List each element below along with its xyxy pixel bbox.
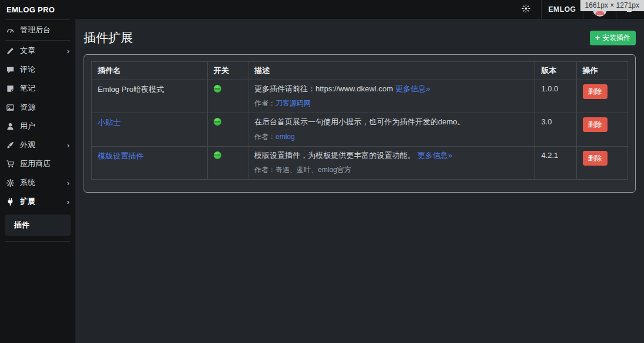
plus-icon: + — [595, 34, 600, 42]
main-content: 插件扩展 + 安装插件 插件名开关描述版本操作 Emlog Pro暗夜模式更多插… — [75, 19, 644, 343]
sidebar-item-label: 应用商店 — [20, 159, 51, 169]
note-icon — [6, 84, 15, 93]
sidebar: 管理后台文章›评论笔记资源用户外观›应用商店系统›扩展›插件 — [0, 19, 75, 343]
sidebar-subitem-label: 插件 — [14, 220, 29, 230]
plugin-description: 模版设置插件，为模板提供更丰富的设置功能。 — [254, 151, 415, 160]
sidebar-item-label: 系统 — [20, 177, 35, 188]
sidebar-item-label: 外观 — [20, 140, 35, 150]
plugin-version: 3.0 — [541, 117, 552, 126]
sidebar-item-label: 管理后台 — [20, 25, 51, 35]
more-info-link[interactable]: 更多信息» — [396, 84, 430, 93]
gear-icon — [6, 179, 15, 187]
author-label: 作者： — [254, 99, 275, 107]
sidebar-item-9[interactable]: 系统› — [0, 173, 75, 192]
table-row: 模版设置插件模版设置插件，为模板提供更丰富的设置功能。更多信息»作者：奇遇、蓝叶… — [92, 146, 628, 179]
sidebar-item-7[interactable]: 外观› — [0, 136, 75, 154]
plugin-author-link[interactable]: emlog — [275, 133, 295, 141]
delete-plugin-button[interactable]: 删除 — [583, 84, 608, 99]
plugin-author: 奇遇、蓝叶、emlog官方 — [275, 166, 351, 174]
table-row: 小贴士在后台首页展示一句使用小提示，也可作为插件开发的demo。作者：emlog… — [92, 113, 628, 146]
sidebar-item-1[interactable]: 管理后台 — [0, 21, 75, 39]
column-header: 插件名 — [92, 62, 208, 80]
delete-plugin-button[interactable]: 删除 — [583, 117, 608, 132]
chevron-right-icon: › — [67, 179, 69, 187]
plugin-author-link[interactable]: 刀客源码网 — [275, 99, 311, 107]
sidebar-item-label: 资源 — [20, 102, 35, 113]
plugin-description: 更多插件请前往：https://www.dkewl.com — [254, 84, 393, 93]
plugin-switch-toggle[interactable] — [214, 151, 221, 159]
table-cell: 删除 — [576, 113, 628, 146]
page-title: 插件扩展 — [84, 29, 133, 46]
sidebar-item-4[interactable]: 笔记 — [0, 79, 75, 98]
table-cell: 3.0 — [535, 113, 576, 146]
user-icon — [6, 122, 15, 131]
plug-icon — [6, 197, 15, 206]
plugin-name-link[interactable]: 模版设置插件 — [98, 151, 144, 160]
plugin-name-link[interactable]: 小贴士 — [98, 118, 121, 127]
chevron-right-icon: › — [67, 198, 69, 206]
plugin-version: 1.0.0 — [541, 84, 558, 93]
table-row: Emlog Pro暗夜模式更多插件请前往：https://www.dkewl.c… — [92, 80, 628, 113]
sidebar-divider — [5, 40, 70, 41]
cart-icon — [6, 160, 15, 169]
table-header-row: 插件名开关描述版本操作 — [92, 62, 628, 80]
column-header: 开关 — [207, 62, 248, 80]
sidebar-item-2[interactable]: 文章› — [0, 41, 75, 60]
plugins-table: 插件名开关描述版本操作 Emlog Pro暗夜模式更多插件请前往：https:/… — [91, 61, 628, 180]
table-cell — [207, 146, 248, 179]
install-plugin-button[interactable]: + 安装插件 — [590, 31, 636, 45]
plugin-switch-toggle[interactable] — [214, 118, 221, 126]
plugin-name: Emlog Pro暗夜模式 — [98, 85, 164, 94]
more-info-link[interactable]: 更多信息» — [417, 151, 452, 160]
sidebar-item-label: 评论 — [20, 64, 35, 75]
sidebar-item-label: 扩展 — [20, 196, 35, 207]
author-label: 作者： — [254, 133, 275, 141]
table-cell: 删除 — [576, 146, 628, 179]
plugin-switch-toggle[interactable] — [214, 85, 221, 93]
sidebar-item-8[interactable]: 应用商店 — [0, 154, 75, 173]
column-header: 描述 — [248, 62, 535, 80]
plugins-card: 插件名开关描述版本操作 Emlog Pro暗夜模式更多插件请前往：https:/… — [84, 54, 636, 193]
table-cell — [207, 113, 248, 146]
table-cell — [207, 80, 248, 113]
table-cell: 1.0.0 — [535, 80, 576, 113]
delete-plugin-button[interactable]: 删除 — [583, 151, 608, 166]
speedometer-icon — [6, 26, 15, 35]
image-icon — [6, 103, 15, 112]
theme-toggle-button[interactable] — [510, 0, 541, 19]
sidebar-item-6[interactable]: 用户 — [0, 117, 75, 136]
table-cell: Emlog Pro暗夜模式 — [92, 80, 208, 113]
page-header: 插件扩展 + 安装插件 — [84, 29, 636, 46]
plugin-version: 4.2.1 — [541, 151, 558, 160]
author-label: 作者： — [254, 166, 275, 174]
sidebar-subitem-plugins[interactable]: 插件 — [5, 215, 71, 236]
sidebar-item-5[interactable]: 资源 — [0, 98, 75, 117]
topbar: EMLOG PRO EMLOG — [0, 0, 644, 19]
chevron-right-icon: › — [67, 141, 69, 149]
sidebar-item-10[interactable]: 扩展› — [0, 192, 75, 211]
table-cell: 更多插件请前往：https://www.dkewl.com更多信息»作者：刀客源… — [248, 80, 535, 113]
sidebar-nav: 管理后台文章›评论笔记资源用户外观›应用商店系统›扩展›插件 — [0, 21, 75, 236]
chevron-right-icon: › — [67, 47, 69, 55]
app-logo[interactable]: EMLOG PRO — [0, 5, 75, 14]
sidebar-item-label: 用户 — [20, 121, 35, 131]
site-home-link[interactable]: EMLOG — [542, 0, 583, 19]
sidebar-item-label: 文章 — [20, 45, 35, 56]
table-cell: 模版设置插件，为模板提供更丰富的设置功能。更多信息»作者：奇遇、蓝叶、emlog… — [248, 146, 535, 179]
column-header: 版本 — [535, 62, 576, 80]
brush-icon — [6, 141, 15, 150]
sidebar-item-label: 笔记 — [20, 83, 35, 94]
table-cell: 模版设置插件 — [92, 146, 208, 179]
comment-icon — [6, 65, 15, 74]
sidebar-divider — [5, 19, 70, 20]
column-header: 操作 — [576, 62, 628, 80]
table-cell: 小贴士 — [92, 113, 208, 146]
table-cell: 删除 — [576, 80, 628, 113]
table-cell: 在后台首页展示一句使用小提示，也可作为插件开发的demo。作者：emlog — [248, 113, 535, 146]
dimensions-badge: 1661px × 1271px — [580, 0, 644, 11]
table-cell: 4.2.1 — [535, 146, 576, 179]
sidebar-divider — [5, 241, 70, 242]
sidebar-item-3[interactable]: 评论 — [0, 60, 75, 79]
sun-icon — [522, 4, 530, 15]
pencil-icon — [6, 47, 15, 55]
